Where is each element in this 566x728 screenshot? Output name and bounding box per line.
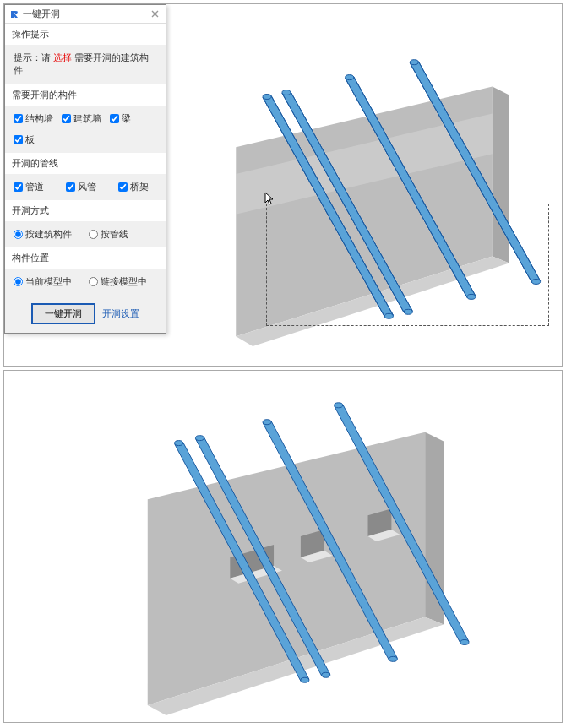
radio[interactable] (14, 230, 23, 239)
checkbox[interactable] (66, 182, 75, 192)
label: 按管线 (101, 228, 128, 241)
check-tray[interactable]: 桥架 (118, 181, 149, 193)
group-location-header: 构件位置 (5, 247, 166, 269)
check-pipe[interactable]: 管道 (14, 181, 44, 193)
check-structural-wall[interactable]: 结构墙 (14, 112, 53, 125)
radio[interactable] (14, 277, 23, 286)
cursor-icon (264, 192, 276, 207)
group-pipes-body: 管道 风管 桥架 (5, 174, 166, 200)
svg-point-6 (263, 95, 271, 100)
group-hint-header: 操作提示 (5, 24, 166, 45)
selection-box (266, 204, 549, 326)
group-components-body: 结构墙 建筑墙 梁 板 (5, 106, 166, 153)
radio-linked-model[interactable]: 链接模型中 (89, 275, 147, 288)
checkbox[interactable] (14, 182, 23, 192)
group-hint-body: 提示：请 选择 需要开洞的建筑构件 (5, 45, 166, 84)
radio-by-pipe[interactable]: 按管线 (89, 228, 128, 241)
svg-point-21 (410, 60, 418, 65)
opening-dialog: 一键开洞 操作提示 提示：请 选择 需要开洞的建筑构件 需要开洞的构件 结构墙 … (4, 4, 166, 334)
hint-select: 选择 (53, 52, 72, 62)
checkbox[interactable] (62, 114, 71, 123)
label: 按建筑构件 (25, 228, 72, 241)
before-panel: 一键开洞 操作提示 提示：请 选择 需要开洞的建筑构件 需要开洞的构件 结构墙 … (3, 3, 563, 367)
label: 梁 (122, 112, 131, 125)
radio[interactable] (89, 277, 98, 286)
dialog-body: 操作提示 提示：请 选择 需要开洞的建筑构件 需要开洞的构件 结构墙 建筑墙 梁… (5, 24, 166, 333)
revit-icon (9, 9, 19, 19)
svg-point-16 (346, 75, 354, 80)
settings-link[interactable]: 开洞设置 (102, 307, 139, 320)
run-button[interactable]: 一键开洞 (31, 303, 95, 324)
label: 管道 (25, 181, 44, 193)
label: 结构墙 (25, 112, 53, 125)
check-beam[interactable]: 梁 (110, 112, 131, 125)
group-method-header: 开洞方式 (5, 200, 166, 221)
check-slab[interactable]: 板 (14, 133, 35, 146)
label: 链接模型中 (101, 275, 147, 288)
svg-point-40 (389, 656, 397, 661)
label: 当前模型中 (25, 275, 72, 288)
dialog-footer: 一键开洞 开洞设置 (5, 295, 166, 333)
scene-after (4, 371, 562, 722)
group-location-body: 当前模型中 链接模型中 (5, 269, 166, 295)
svg-point-36 (195, 436, 204, 441)
radio-by-component[interactable]: 按建筑构件 (14, 228, 72, 241)
check-arch-wall[interactable]: 建筑墙 (62, 112, 101, 125)
svg-point-37 (322, 672, 330, 677)
checkbox[interactable] (14, 135, 23, 144)
svg-point-39 (263, 420, 271, 425)
radio-current-model[interactable]: 当前模型中 (14, 275, 72, 288)
svg-point-34 (301, 677, 309, 682)
label: 板 (25, 133, 35, 146)
after-panel (3, 370, 563, 723)
checkbox[interactable] (14, 114, 23, 123)
viewport-after (4, 371, 562, 722)
group-components-header: 需要开洞的构件 (5, 84, 166, 106)
svg-point-11 (282, 90, 291, 95)
hint-prefix: 提示：请 (14, 52, 53, 62)
checkbox[interactable] (110, 114, 119, 123)
radio[interactable] (89, 230, 98, 239)
group-method-body: 按建筑构件 按管线 (5, 221, 166, 247)
check-duct[interactable]: 风管 (66, 181, 96, 193)
dialog-title: 一键开洞 (23, 8, 148, 20)
svg-point-33 (175, 441, 183, 446)
dialog-titlebar[interactable]: 一键开洞 (5, 5, 166, 24)
checkbox[interactable] (118, 182, 128, 192)
label: 桥架 (130, 181, 149, 193)
svg-point-42 (335, 403, 343, 408)
close-icon[interactable] (148, 8, 161, 20)
group-pipes-header: 开洞的管线 (5, 153, 166, 174)
svg-point-43 (460, 639, 469, 644)
label: 建筑墙 (73, 112, 101, 125)
label: 风管 (78, 181, 96, 193)
